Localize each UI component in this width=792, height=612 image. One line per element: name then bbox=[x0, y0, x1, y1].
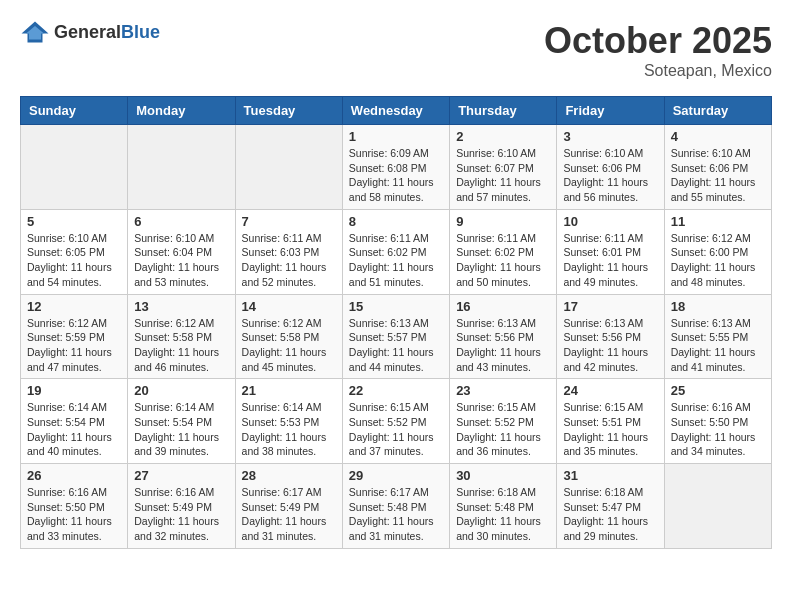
day-number: 18 bbox=[671, 299, 765, 314]
day-number: 17 bbox=[563, 299, 657, 314]
calendar-cell: 27Sunrise: 6:16 AM Sunset: 5:49 PM Dayli… bbox=[128, 464, 235, 549]
day-number: 2 bbox=[456, 129, 550, 144]
day-info: Sunrise: 6:18 AM Sunset: 5:48 PM Dayligh… bbox=[456, 485, 550, 544]
calendar-cell: 2Sunrise: 6:10 AM Sunset: 6:07 PM Daylig… bbox=[450, 125, 557, 210]
day-of-week-header: Monday bbox=[128, 97, 235, 125]
day-info: Sunrise: 6:14 AM Sunset: 5:54 PM Dayligh… bbox=[134, 400, 228, 459]
day-info: Sunrise: 6:14 AM Sunset: 5:53 PM Dayligh… bbox=[242, 400, 336, 459]
day-info: Sunrise: 6:16 AM Sunset: 5:50 PM Dayligh… bbox=[671, 400, 765, 459]
calendar-cell: 25Sunrise: 6:16 AM Sunset: 5:50 PM Dayli… bbox=[664, 379, 771, 464]
day-info: Sunrise: 6:12 AM Sunset: 5:58 PM Dayligh… bbox=[134, 316, 228, 375]
calendar-cell bbox=[128, 125, 235, 210]
day-number: 29 bbox=[349, 468, 443, 483]
day-number: 25 bbox=[671, 383, 765, 398]
day-number: 15 bbox=[349, 299, 443, 314]
day-number: 11 bbox=[671, 214, 765, 229]
day-number: 8 bbox=[349, 214, 443, 229]
calendar-cell: 7Sunrise: 6:11 AM Sunset: 6:03 PM Daylig… bbox=[235, 209, 342, 294]
day-info: Sunrise: 6:13 AM Sunset: 5:57 PM Dayligh… bbox=[349, 316, 443, 375]
day-info: Sunrise: 6:09 AM Sunset: 6:08 PM Dayligh… bbox=[349, 146, 443, 205]
day-number: 12 bbox=[27, 299, 121, 314]
day-number: 30 bbox=[456, 468, 550, 483]
day-number: 22 bbox=[349, 383, 443, 398]
day-number: 13 bbox=[134, 299, 228, 314]
location: Soteapan, Mexico bbox=[544, 62, 772, 80]
day-info: Sunrise: 6:13 AM Sunset: 5:56 PM Dayligh… bbox=[456, 316, 550, 375]
day-number: 24 bbox=[563, 383, 657, 398]
calendar-header-row: SundayMondayTuesdayWednesdayThursdayFrid… bbox=[21, 97, 772, 125]
day-number: 6 bbox=[134, 214, 228, 229]
calendar-cell: 15Sunrise: 6:13 AM Sunset: 5:57 PM Dayli… bbox=[342, 294, 449, 379]
calendar-cell: 31Sunrise: 6:18 AM Sunset: 5:47 PM Dayli… bbox=[557, 464, 664, 549]
day-of-week-header: Thursday bbox=[450, 97, 557, 125]
day-number: 31 bbox=[563, 468, 657, 483]
day-of-week-header: Friday bbox=[557, 97, 664, 125]
day-number: 3 bbox=[563, 129, 657, 144]
day-info: Sunrise: 6:15 AM Sunset: 5:52 PM Dayligh… bbox=[456, 400, 550, 459]
logo: GeneralBlue bbox=[20, 20, 160, 44]
day-number: 28 bbox=[242, 468, 336, 483]
month-title: October 2025 bbox=[544, 20, 772, 62]
day-info: Sunrise: 6:16 AM Sunset: 5:49 PM Dayligh… bbox=[134, 485, 228, 544]
logo-text-blue: Blue bbox=[121, 22, 160, 42]
day-info: Sunrise: 6:18 AM Sunset: 5:47 PM Dayligh… bbox=[563, 485, 657, 544]
day-number: 27 bbox=[134, 468, 228, 483]
day-info: Sunrise: 6:10 AM Sunset: 6:04 PM Dayligh… bbox=[134, 231, 228, 290]
calendar-cell: 3Sunrise: 6:10 AM Sunset: 6:06 PM Daylig… bbox=[557, 125, 664, 210]
calendar-cell: 18Sunrise: 6:13 AM Sunset: 5:55 PM Dayli… bbox=[664, 294, 771, 379]
day-of-week-header: Wednesday bbox=[342, 97, 449, 125]
logo-icon bbox=[20, 20, 50, 44]
calendar-cell bbox=[235, 125, 342, 210]
calendar-cell: 17Sunrise: 6:13 AM Sunset: 5:56 PM Dayli… bbox=[557, 294, 664, 379]
calendar-cell: 19Sunrise: 6:14 AM Sunset: 5:54 PM Dayli… bbox=[21, 379, 128, 464]
calendar: SundayMondayTuesdayWednesdayThursdayFrid… bbox=[20, 96, 772, 549]
day-info: Sunrise: 6:15 AM Sunset: 5:52 PM Dayligh… bbox=[349, 400, 443, 459]
day-info: Sunrise: 6:12 AM Sunset: 5:58 PM Dayligh… bbox=[242, 316, 336, 375]
day-number: 21 bbox=[242, 383, 336, 398]
calendar-cell: 9Sunrise: 6:11 AM Sunset: 6:02 PM Daylig… bbox=[450, 209, 557, 294]
day-number: 1 bbox=[349, 129, 443, 144]
day-number: 16 bbox=[456, 299, 550, 314]
calendar-cell: 21Sunrise: 6:14 AM Sunset: 5:53 PM Dayli… bbox=[235, 379, 342, 464]
calendar-cell: 30Sunrise: 6:18 AM Sunset: 5:48 PM Dayli… bbox=[450, 464, 557, 549]
day-info: Sunrise: 6:17 AM Sunset: 5:49 PM Dayligh… bbox=[242, 485, 336, 544]
day-info: Sunrise: 6:11 AM Sunset: 6:02 PM Dayligh… bbox=[456, 231, 550, 290]
calendar-cell: 26Sunrise: 6:16 AM Sunset: 5:50 PM Dayli… bbox=[21, 464, 128, 549]
calendar-week-row: 19Sunrise: 6:14 AM Sunset: 5:54 PM Dayli… bbox=[21, 379, 772, 464]
calendar-cell: 28Sunrise: 6:17 AM Sunset: 5:49 PM Dayli… bbox=[235, 464, 342, 549]
day-info: Sunrise: 6:10 AM Sunset: 6:06 PM Dayligh… bbox=[671, 146, 765, 205]
calendar-week-row: 12Sunrise: 6:12 AM Sunset: 5:59 PM Dayli… bbox=[21, 294, 772, 379]
day-info: Sunrise: 6:10 AM Sunset: 6:06 PM Dayligh… bbox=[563, 146, 657, 205]
calendar-cell: 14Sunrise: 6:12 AM Sunset: 5:58 PM Dayli… bbox=[235, 294, 342, 379]
day-of-week-header: Saturday bbox=[664, 97, 771, 125]
calendar-cell: 12Sunrise: 6:12 AM Sunset: 5:59 PM Dayli… bbox=[21, 294, 128, 379]
calendar-cell bbox=[21, 125, 128, 210]
day-info: Sunrise: 6:13 AM Sunset: 5:55 PM Dayligh… bbox=[671, 316, 765, 375]
calendar-week-row: 1Sunrise: 6:09 AM Sunset: 6:08 PM Daylig… bbox=[21, 125, 772, 210]
day-number: 9 bbox=[456, 214, 550, 229]
calendar-week-row: 5Sunrise: 6:10 AM Sunset: 6:05 PM Daylig… bbox=[21, 209, 772, 294]
day-info: Sunrise: 6:11 AM Sunset: 6:02 PM Dayligh… bbox=[349, 231, 443, 290]
day-number: 23 bbox=[456, 383, 550, 398]
calendar-cell: 1Sunrise: 6:09 AM Sunset: 6:08 PM Daylig… bbox=[342, 125, 449, 210]
calendar-cell: 11Sunrise: 6:12 AM Sunset: 6:00 PM Dayli… bbox=[664, 209, 771, 294]
day-info: Sunrise: 6:16 AM Sunset: 5:50 PM Dayligh… bbox=[27, 485, 121, 544]
calendar-cell: 20Sunrise: 6:14 AM Sunset: 5:54 PM Dayli… bbox=[128, 379, 235, 464]
calendar-cell: 22Sunrise: 6:15 AM Sunset: 5:52 PM Dayli… bbox=[342, 379, 449, 464]
day-number: 26 bbox=[27, 468, 121, 483]
day-info: Sunrise: 6:12 AM Sunset: 6:00 PM Dayligh… bbox=[671, 231, 765, 290]
day-info: Sunrise: 6:11 AM Sunset: 6:01 PM Dayligh… bbox=[563, 231, 657, 290]
calendar-cell: 23Sunrise: 6:15 AM Sunset: 5:52 PM Dayli… bbox=[450, 379, 557, 464]
day-info: Sunrise: 6:14 AM Sunset: 5:54 PM Dayligh… bbox=[27, 400, 121, 459]
calendar-cell: 6Sunrise: 6:10 AM Sunset: 6:04 PM Daylig… bbox=[128, 209, 235, 294]
day-of-week-header: Tuesday bbox=[235, 97, 342, 125]
day-info: Sunrise: 6:17 AM Sunset: 5:48 PM Dayligh… bbox=[349, 485, 443, 544]
day-number: 14 bbox=[242, 299, 336, 314]
calendar-cell: 16Sunrise: 6:13 AM Sunset: 5:56 PM Dayli… bbox=[450, 294, 557, 379]
day-number: 5 bbox=[27, 214, 121, 229]
day-number: 7 bbox=[242, 214, 336, 229]
day-number: 10 bbox=[563, 214, 657, 229]
day-info: Sunrise: 6:12 AM Sunset: 5:59 PM Dayligh… bbox=[27, 316, 121, 375]
calendar-cell: 5Sunrise: 6:10 AM Sunset: 6:05 PM Daylig… bbox=[21, 209, 128, 294]
calendar-cell: 4Sunrise: 6:10 AM Sunset: 6:06 PM Daylig… bbox=[664, 125, 771, 210]
